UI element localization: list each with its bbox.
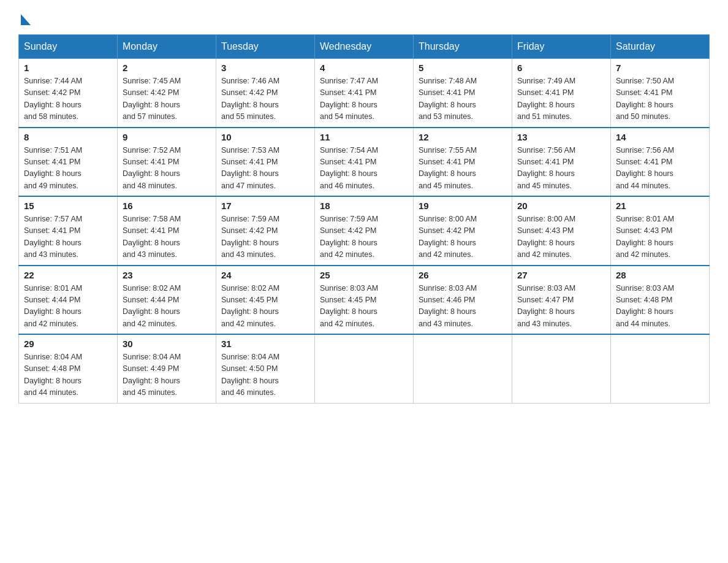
- day-number: 17: [221, 201, 309, 211]
- logo-triangle-icon: [21, 14, 31, 25]
- calendar-day-cell: 27 Sunrise: 8:03 AMSunset: 4:47 PMDaylig…: [512, 266, 611, 335]
- day-info: Sunrise: 7:49 AMSunset: 4:41 PMDaylight:…: [517, 77, 575, 121]
- calendar-day-cell: 12 Sunrise: 7:55 AMSunset: 4:41 PMDaylig…: [414, 128, 512, 197]
- calendar-day-cell: 22 Sunrise: 8:01 AMSunset: 4:44 PMDaylig…: [19, 266, 118, 335]
- day-info: Sunrise: 7:53 AMSunset: 4:41 PMDaylight:…: [221, 146, 279, 190]
- day-info: Sunrise: 7:56 AMSunset: 4:41 PMDaylight:…: [517, 146, 575, 190]
- day-number: 25: [320, 270, 408, 280]
- day-info: Sunrise: 7:59 AMSunset: 4:42 PMDaylight:…: [320, 215, 378, 259]
- calendar-day-cell: 8 Sunrise: 7:51 AMSunset: 4:41 PMDayligh…: [19, 128, 118, 197]
- calendar-day-cell: 9 Sunrise: 7:52 AMSunset: 4:41 PMDayligh…: [118, 128, 216, 197]
- calendar-day-cell: 15 Sunrise: 7:57 AMSunset: 4:41 PMDaylig…: [19, 196, 118, 266]
- day-info: Sunrise: 8:00 AMSunset: 4:42 PMDaylight:…: [419, 215, 477, 259]
- calendar-day-cell: [512, 334, 611, 403]
- calendar-day-cell: [315, 334, 414, 403]
- day-number: 3: [221, 63, 309, 73]
- day-number: 13: [517, 132, 605, 142]
- day-info: Sunrise: 7:48 AMSunset: 4:41 PMDaylight:…: [419, 77, 477, 121]
- calendar-day-cell: 24 Sunrise: 8:02 AMSunset: 4:45 PMDaylig…: [216, 266, 315, 335]
- calendar-day-cell: 7 Sunrise: 7:50 AMSunset: 4:41 PMDayligh…: [611, 59, 710, 128]
- calendar-day-cell: [414, 334, 512, 403]
- day-number: 1: [24, 63, 112, 73]
- day-info: Sunrise: 7:45 AMSunset: 4:42 PMDaylight:…: [123, 77, 181, 121]
- day-info: Sunrise: 7:54 AMSunset: 4:41 PMDaylight:…: [320, 146, 378, 190]
- day-number: 26: [419, 270, 507, 280]
- day-number: 16: [123, 201, 211, 211]
- calendar-day-cell: 29 Sunrise: 8:04 AMSunset: 4:48 PMDaylig…: [19, 334, 118, 403]
- calendar-day-cell: 5 Sunrise: 7:48 AMSunset: 4:41 PMDayligh…: [414, 59, 512, 128]
- calendar-day-cell: 21 Sunrise: 8:01 AMSunset: 4:43 PMDaylig…: [611, 196, 710, 266]
- day-number: 14: [616, 132, 704, 142]
- logo: [18, 12, 31, 23]
- day-info: Sunrise: 8:03 AMSunset: 4:46 PMDaylight:…: [419, 284, 477, 328]
- day-info: Sunrise: 8:04 AMSunset: 4:49 PMDaylight:…: [123, 353, 181, 397]
- day-number: 21: [616, 201, 704, 211]
- calendar-day-cell: 19 Sunrise: 8:00 AMSunset: 4:42 PMDaylig…: [414, 196, 512, 266]
- calendar-day-cell: 18 Sunrise: 7:59 AMSunset: 4:42 PMDaylig…: [315, 196, 414, 266]
- day-of-week-header: Friday: [512, 35, 611, 59]
- calendar-day-cell: 28 Sunrise: 8:03 AMSunset: 4:48 PMDaylig…: [611, 266, 710, 335]
- day-number: 24: [221, 270, 309, 280]
- day-number: 6: [517, 63, 605, 73]
- calendar-day-cell: 10 Sunrise: 7:53 AMSunset: 4:41 PMDaylig…: [216, 128, 315, 197]
- calendar-day-cell: 30 Sunrise: 8:04 AMSunset: 4:49 PMDaylig…: [118, 334, 216, 403]
- day-number: 22: [24, 270, 112, 280]
- day-number: 19: [419, 201, 507, 211]
- day-number: 5: [419, 63, 507, 73]
- day-number: 11: [320, 132, 408, 142]
- day-info: Sunrise: 7:51 AMSunset: 4:41 PMDaylight:…: [24, 146, 82, 190]
- day-info: Sunrise: 7:52 AMSunset: 4:41 PMDaylight:…: [123, 146, 181, 190]
- calendar-day-cell: 31 Sunrise: 8:04 AMSunset: 4:50 PMDaylig…: [216, 334, 315, 403]
- day-info: Sunrise: 8:04 AMSunset: 4:50 PMDaylight:…: [221, 353, 279, 397]
- day-number: 23: [123, 270, 211, 280]
- day-number: 20: [517, 201, 605, 211]
- calendar-day-cell: 17 Sunrise: 7:59 AMSunset: 4:42 PMDaylig…: [216, 196, 315, 266]
- day-of-week-header: Saturday: [611, 35, 710, 59]
- calendar-table: SundayMondayTuesdayWednesdayThursdayFrid…: [18, 34, 710, 404]
- day-number: 15: [24, 201, 112, 211]
- day-info: Sunrise: 8:02 AMSunset: 4:45 PMDaylight:…: [221, 284, 279, 328]
- day-info: Sunrise: 8:00 AMSunset: 4:43 PMDaylight:…: [517, 215, 575, 259]
- day-number: 12: [419, 132, 507, 142]
- day-number: 18: [320, 201, 408, 211]
- day-of-week-header: Wednesday: [315, 35, 414, 59]
- calendar-day-cell: 3 Sunrise: 7:46 AMSunset: 4:42 PMDayligh…: [216, 59, 315, 128]
- calendar-day-cell: 11 Sunrise: 7:54 AMSunset: 4:41 PMDaylig…: [315, 128, 414, 197]
- day-number: 9: [123, 132, 211, 142]
- day-number: 27: [517, 270, 605, 280]
- day-info: Sunrise: 7:55 AMSunset: 4:41 PMDaylight:…: [419, 146, 477, 190]
- calendar-day-cell: 2 Sunrise: 7:45 AMSunset: 4:42 PMDayligh…: [118, 59, 216, 128]
- day-number: 2: [123, 63, 211, 73]
- calendar-day-cell: 26 Sunrise: 8:03 AMSunset: 4:46 PMDaylig…: [414, 266, 512, 335]
- day-info: Sunrise: 8:03 AMSunset: 4:45 PMDaylight:…: [320, 284, 378, 328]
- day-info: Sunrise: 8:02 AMSunset: 4:44 PMDaylight:…: [123, 284, 181, 328]
- day-number: 8: [24, 132, 112, 142]
- day-info: Sunrise: 7:47 AMSunset: 4:41 PMDaylight:…: [320, 77, 378, 121]
- day-number: 10: [221, 132, 309, 142]
- day-info: Sunrise: 8:01 AMSunset: 4:44 PMDaylight:…: [24, 284, 82, 328]
- day-of-week-header: Monday: [118, 35, 216, 59]
- day-info: Sunrise: 7:58 AMSunset: 4:41 PMDaylight:…: [123, 215, 181, 259]
- calendar-day-cell: 16 Sunrise: 7:58 AMSunset: 4:41 PMDaylig…: [118, 196, 216, 266]
- calendar-week-row: 15 Sunrise: 7:57 AMSunset: 4:41 PMDaylig…: [19, 196, 710, 266]
- calendar-day-cell: 14 Sunrise: 7:56 AMSunset: 4:41 PMDaylig…: [611, 128, 710, 197]
- calendar-day-cell: 1 Sunrise: 7:44 AMSunset: 4:42 PMDayligh…: [19, 59, 118, 128]
- day-info: Sunrise: 7:57 AMSunset: 4:41 PMDaylight:…: [24, 215, 82, 259]
- day-info: Sunrise: 8:03 AMSunset: 4:47 PMDaylight:…: [517, 284, 575, 328]
- calendar-day-cell: 23 Sunrise: 8:02 AMSunset: 4:44 PMDaylig…: [118, 266, 216, 335]
- day-info: Sunrise: 8:03 AMSunset: 4:48 PMDaylight:…: [616, 284, 674, 328]
- calendar-day-cell: 6 Sunrise: 7:49 AMSunset: 4:41 PMDayligh…: [512, 59, 611, 128]
- day-of-week-header: Tuesday: [216, 35, 315, 59]
- calendar-week-row: 29 Sunrise: 8:04 AMSunset: 4:48 PMDaylig…: [19, 334, 710, 403]
- calendar-day-cell: 20 Sunrise: 8:00 AMSunset: 4:43 PMDaylig…: [512, 196, 611, 266]
- day-info: Sunrise: 7:59 AMSunset: 4:42 PMDaylight:…: [221, 215, 279, 259]
- day-number: 30: [123, 339, 211, 349]
- day-info: Sunrise: 7:44 AMSunset: 4:42 PMDaylight:…: [24, 77, 82, 121]
- calendar-day-cell: 4 Sunrise: 7:47 AMSunset: 4:41 PMDayligh…: [315, 59, 414, 128]
- day-info: Sunrise: 7:50 AMSunset: 4:41 PMDaylight:…: [616, 77, 674, 121]
- day-info: Sunrise: 7:46 AMSunset: 4:42 PMDaylight:…: [221, 77, 279, 121]
- calendar-day-cell: [611, 334, 710, 403]
- calendar-header-row: SundayMondayTuesdayWednesdayThursdayFrid…: [19, 35, 710, 59]
- page-header: [18, 12, 710, 23]
- calendar-week-row: 1 Sunrise: 7:44 AMSunset: 4:42 PMDayligh…: [19, 59, 710, 128]
